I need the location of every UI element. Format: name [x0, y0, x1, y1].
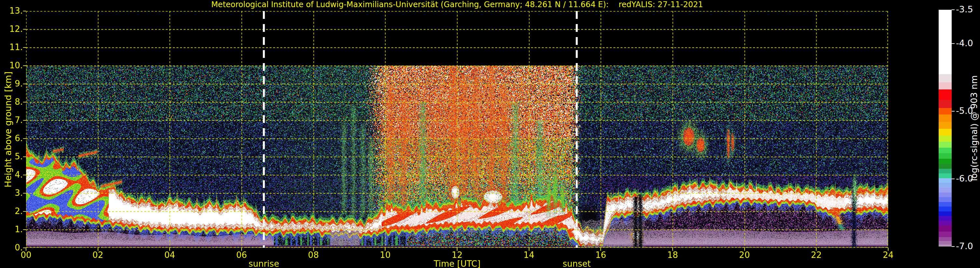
- colorbar-tick-mark: [952, 246, 955, 247]
- y-tick-label: 13.: [1, 6, 23, 16]
- y-tick-mark: [23, 11, 26, 11]
- y-tick-label: 10.: [1, 60, 23, 70]
- y-tick-label: 9.: [1, 79, 23, 89]
- y-tick-label: 2.: [1, 206, 23, 216]
- y-tick-label: 12.: [1, 24, 23, 34]
- x-tick-label: 16: [589, 250, 612, 260]
- x-tick-label: 10: [374, 250, 396, 260]
- colorbar-tick-mark: [952, 179, 955, 179]
- x-tick-label: 02: [87, 250, 110, 260]
- x-tick-label: 08: [302, 250, 325, 260]
- x-tick-label: 04: [158, 250, 181, 260]
- y-tick-mark: [23, 47, 26, 48]
- y-tick-mark: [23, 174, 26, 175]
- colorbar-tick-mark: [952, 111, 955, 111]
- y-tick-mark: [23, 29, 26, 30]
- colorbar-tick-label: -3.5: [956, 4, 973, 14]
- colorbar-gradient: [939, 10, 952, 247]
- x-tick-label: 18: [661, 250, 684, 260]
- y-tick-label: 0.: [1, 243, 23, 252]
- y-tick-label: 11.: [1, 42, 23, 52]
- sunrise-label: sunrise: [248, 259, 279, 268]
- y-tick-mark: [23, 138, 26, 139]
- x-tick-label: 12: [446, 250, 469, 260]
- x-tick-label: 20: [733, 250, 756, 260]
- x-tick-label: 14: [518, 250, 541, 260]
- y-tick-label: 5.: [1, 152, 23, 161]
- x-tick-label: 22: [805, 250, 827, 260]
- sunset-label: sunset: [563, 259, 590, 268]
- x-axis-label: Time [UTC]: [434, 259, 480, 268]
- y-tick-mark: [23, 229, 26, 230]
- y-tick-label: 7.: [1, 115, 23, 125]
- y-tick-mark: [23, 193, 26, 193]
- y-tick-mark: [23, 120, 26, 121]
- colorbar-tick-mark: [952, 10, 955, 10]
- y-tick-label: 8.: [1, 97, 23, 107]
- y-tick-mark: [23, 247, 26, 248]
- heatmap-canvas: [26, 11, 888, 248]
- x-tick-label: 24: [877, 250, 900, 260]
- figure: Meteorological Institute of Ludwig-Maxim…: [0, 0, 980, 268]
- y-tick-mark: [23, 84, 26, 84]
- plot-title: Meteorological Institute of Ludwig-Maxim…: [26, 0, 888, 9]
- y-tick-mark: [23, 65, 26, 66]
- y-tick-label: 3.: [1, 188, 23, 198]
- colorbar-label: log(rc-signal) @ 903 nm: [969, 75, 979, 181]
- plot-area: [26, 11, 888, 248]
- y-tick-mark: [23, 157, 26, 157]
- colorbar-tick-mark: [952, 43, 955, 44]
- x-tick-label: 06: [230, 250, 253, 260]
- y-tick-label: 1.: [1, 224, 23, 234]
- y-tick-label: 4.: [1, 170, 23, 179]
- y-tick-mark: [23, 211, 26, 212]
- y-tick-mark: [23, 102, 26, 103]
- colorbar-tick-label: -4.0: [956, 38, 973, 48]
- y-tick-label: 6.: [1, 133, 23, 143]
- colorbar-tick-label: -7.0: [956, 241, 973, 251]
